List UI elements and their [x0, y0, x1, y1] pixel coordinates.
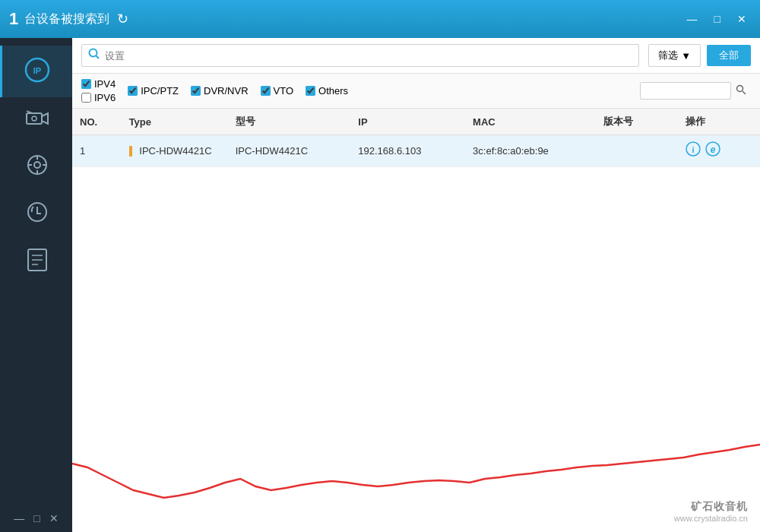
sidebar-bottom-controls: — □ ✕ [0, 505, 72, 532]
all-button[interactable]: 全部 [707, 45, 751, 66]
cell-no: 1 [72, 135, 122, 167]
others-checkbox-label[interactable]: Others [306, 85, 348, 97]
cell-type: IPC-HDW4421C [122, 135, 228, 167]
type-indicator [129, 146, 132, 157]
close-button[interactable]: ✕ [733, 11, 751, 27]
ipv4-checkbox-label[interactable]: IPV4 [81, 78, 116, 90]
titlebar-title: 台设备被搜索到 [24, 11, 109, 27]
vto-checkbox[interactable] [261, 86, 271, 96]
col-header-no: NO. [72, 109, 122, 135]
table-header-row: NO. Type 型号 IP MAC 版本号 操作 [72, 109, 760, 135]
cell-ip: 192.168.6.103 [350, 135, 465, 167]
ipv4-ipv6-group: IPV4 IPV6 [81, 78, 116, 103]
col-header-version: 版本号 [596, 109, 678, 135]
table-container: NO. Type 型号 IP MAC 版本号 操作 1 IPC-HD [72, 109, 760, 532]
sidebar-item-camera[interactable] [0, 97, 72, 143]
update-icon [26, 201, 49, 226]
col-header-ip: IP [350, 109, 465, 135]
cell-mac: 3c:ef:8c:a0:eb:9e [465, 135, 596, 167]
svg-rect-2 [27, 113, 42, 124]
col-header-action: 操作 [678, 109, 760, 135]
browser-icon[interactable]: e [705, 141, 720, 160]
cell-model: IPC-HDW4421C [228, 135, 351, 167]
svg-point-17 [90, 49, 97, 57]
ipv6-label: IPV6 [94, 92, 116, 103]
watermark-title: 矿石收音机 [674, 500, 748, 514]
sidebar-item-update[interactable] [0, 190, 72, 237]
filter-search-box [640, 82, 751, 100]
svg-marker-3 [42, 113, 48, 124]
minimize-button[interactable]: — [682, 11, 702, 27]
filter-row: IPV4 IPV6 IPC/PTZ DVR/NVR VTO [72, 74, 760, 109]
sidebar-item-tools[interactable] [0, 143, 72, 190]
svg-point-19 [737, 86, 743, 92]
cell-actions: i e [678, 135, 760, 167]
others-label: Others [318, 85, 348, 97]
type-name: IPC-HDW4421C [139, 145, 211, 157]
ipc-ptz-checkbox[interactable] [128, 86, 138, 96]
dvr-nvr-label: DVR/NVR [204, 85, 249, 97]
titlebar: 1 台设备被搜索到 ↻ — □ ✕ [0, 0, 760, 38]
svg-text:e: e [711, 144, 716, 155]
window-controls: — □ ✕ [682, 11, 751, 27]
cell-version [596, 135, 678, 167]
refresh-icon[interactable]: ↻ [117, 11, 128, 27]
dvr-nvr-checkbox[interactable] [191, 86, 201, 96]
ip-icon: IP [24, 56, 51, 87]
filter-label: 筛选 [658, 49, 678, 62]
camera-icon [25, 108, 49, 132]
col-header-mac: MAC [465, 109, 596, 135]
ipv6-checkbox-label[interactable]: IPV6 [81, 92, 116, 103]
svg-text:IP: IP [33, 66, 41, 75]
action-icons: i e [686, 141, 752, 160]
device-count: 1 [9, 9, 18, 29]
ipv6-checkbox[interactable] [81, 93, 91, 103]
svg-point-7 [34, 162, 40, 168]
watermark: 矿石收音机 www.crystalradio.cn [674, 500, 748, 523]
search-icon [88, 48, 100, 63]
ipv4-label: IPV4 [94, 78, 116, 90]
dvr-nvr-checkbox-label[interactable]: DVR/NVR [191, 85, 249, 97]
sidebar-restore-button[interactable]: □ [33, 512, 40, 524]
filter-button[interactable]: 筛选 ▼ [648, 44, 701, 67]
filter-search-button[interactable] [731, 82, 751, 100]
sidebar: IP [0, 38, 72, 532]
col-header-type: Type [122, 109, 228, 135]
search-input[interactable] [105, 50, 632, 62]
filter-search-input[interactable] [640, 82, 731, 100]
watermark-url: www.crystalradio.cn [674, 514, 748, 523]
toolbar: 筛选 ▼ 全部 [72, 38, 760, 74]
main-layout: IP [0, 38, 760, 532]
sidebar-minimize-button[interactable]: — [14, 512, 24, 524]
sidebar-item-log[interactable] [0, 237, 72, 286]
wave-chart [72, 433, 760, 532]
ipc-ptz-checkbox-label[interactable]: IPC/PTZ [128, 85, 179, 97]
tools-icon [26, 154, 49, 179]
search-box[interactable] [81, 44, 639, 67]
others-checkbox[interactable] [306, 86, 315, 96]
sidebar-close-button[interactable]: ✕ [49, 512, 59, 524]
vto-label: VTO [274, 85, 294, 97]
svg-point-4 [32, 116, 36, 121]
svg-line-20 [743, 91, 746, 94]
info-icon[interactable]: i [686, 141, 701, 160]
device-table: NO. Type 型号 IP MAC 版本号 操作 1 IPC-HD [72, 109, 760, 167]
sidebar-item-ip[interactable]: IP [0, 46, 72, 97]
vto-checkbox-label[interactable]: VTO [261, 85, 294, 97]
maximize-button[interactable]: □ [710, 11, 725, 27]
table-row[interactable]: 1 IPC-HDW4421C IPC-HDW4421C 192.168.6.10… [72, 135, 760, 167]
filter-dropdown-icon: ▼ [681, 50, 691, 62]
content-area: 筛选 ▼ 全部 IPV4 IPV6 IPC/PTZ [72, 38, 760, 532]
col-header-model: 型号 [228, 109, 351, 135]
ipc-ptz-label: IPC/PTZ [141, 85, 179, 97]
svg-line-18 [97, 56, 100, 59]
svg-text:i: i [692, 145, 695, 154]
ipv4-checkbox[interactable] [81, 79, 91, 89]
log-icon [27, 248, 48, 275]
